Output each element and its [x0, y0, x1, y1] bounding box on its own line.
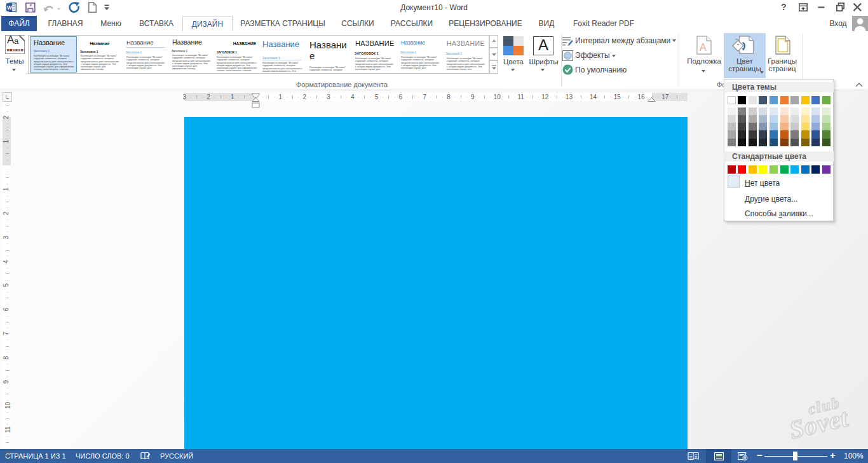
svg-text:A: A — [700, 42, 707, 53]
